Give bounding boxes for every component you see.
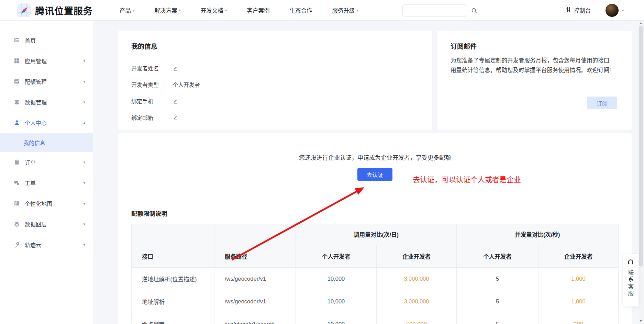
avatar[interactable] bbox=[606, 4, 619, 17]
console-button[interactable]: 控制台 bbox=[565, 0, 591, 21]
nav-item-products[interactable]: 产品▾ bbox=[120, 6, 135, 14]
sidebar-item-label: 个人中心 bbox=[25, 119, 83, 127]
chevron-down-icon: ▾ bbox=[83, 160, 85, 165]
table-cell: 10,000 bbox=[296, 313, 377, 324]
search-input[interactable] bbox=[403, 5, 471, 16]
nav-item-upgrade[interactable]: 服务升级▾ bbox=[332, 6, 359, 14]
sidebar-subitem-my-info[interactable]: 我的信息 bbox=[0, 133, 93, 152]
edit-pencil-icon[interactable] bbox=[173, 115, 178, 120]
table-group-header-row: 调用量对比(次/日)并发量对比(次/秒) bbox=[132, 224, 619, 245]
table-cell: 500,000 bbox=[377, 313, 457, 324]
field-label: 开发者类型 bbox=[131, 80, 173, 89]
chevron-down-icon: ▾ bbox=[83, 181, 85, 185]
red-annotation-text: 去认证，可以认证个人或者是企业 bbox=[413, 174, 521, 184]
chevron-down-icon: ▾ bbox=[133, 8, 135, 13]
go-certify-button[interactable]: 去认证 bbox=[357, 168, 392, 181]
nav-item-label: 开发文档 bbox=[201, 6, 223, 14]
column-header-cell: 企业开发者 bbox=[538, 245, 619, 268]
sidebar-item-label: 首页 bbox=[25, 36, 85, 44]
clipboard-icon bbox=[14, 159, 21, 166]
chat-icon bbox=[14, 179, 21, 186]
field-label: 绑定手机 bbox=[131, 97, 173, 105]
nav-item-label: 服务升级 bbox=[332, 6, 355, 14]
chevron-down-icon: ▾ bbox=[83, 59, 85, 63]
my-info-card: 我的信息 开发者姓名开发者类型个人开发者绑定手机绑定邮箱 bbox=[118, 31, 432, 130]
scrollbar-thumb[interactable] bbox=[639, 26, 643, 267]
my-info-fields: 开发者姓名开发者类型个人开发者绑定手机绑定邮箱 bbox=[131, 60, 200, 126]
scroll-up-arrow-icon[interactable]: ▲ bbox=[638, 21, 644, 25]
table-cell: 10,000 bbox=[296, 290, 377, 313]
chevron-down-icon: ▾ bbox=[83, 201, 85, 206]
sidebar-item-data-layers[interactable]: 数据图层▾ bbox=[0, 214, 93, 234]
sidebar: 首页应用管理▾配额管理▾数据管理▾个人中心▴我的信息订单▾工单▾个性化地图▾数据… bbox=[0, 21, 93, 324]
pin-icon bbox=[14, 241, 21, 248]
contact-support-label: 联系客服 bbox=[626, 269, 635, 298]
table-cell: 1,000 bbox=[538, 290, 619, 313]
sidebar-item-label: 订单 bbox=[25, 158, 83, 166]
certification-quota-section: 您还没进行企业认证，申请成为企业开发者，享受更多配额 去认证 去认证，可以认证个… bbox=[118, 133, 632, 324]
layers-icon bbox=[14, 221, 21, 227]
sidebar-item-app-management[interactable]: 应用管理▾ bbox=[0, 51, 93, 71]
sidebar-item-quota-management[interactable]: 配额管理▾ bbox=[0, 71, 93, 92]
console-label: 控制台 bbox=[574, 6, 591, 14]
nav-item-ecosystem[interactable]: 生态合作 bbox=[290, 6, 312, 14]
top-navbar: 腾讯位置服务 产品▾解决方案▾开发文档▾客户案例生态合作服务升级▾ 控制台 ▾ bbox=[0, 0, 644, 21]
table-cell: 5 bbox=[457, 290, 538, 313]
field-value: 个人开发者 bbox=[173, 80, 200, 89]
sidebar-item-data-management[interactable]: 数据管理▾ bbox=[0, 92, 93, 112]
sidebar-item-label: 工单 bbox=[25, 179, 83, 187]
table-cell: 5 bbox=[457, 313, 538, 324]
nav-item-solutions[interactable]: 解决方案▾ bbox=[155, 6, 181, 14]
profile-field: 绑定邮箱 bbox=[131, 109, 200, 126]
chevron-down-icon: ▾ bbox=[83, 222, 85, 226]
search-icon[interactable] bbox=[471, 8, 477, 14]
column-header-cell: 个人开发者 bbox=[296, 245, 377, 268]
table-cell: 地址解析 bbox=[132, 290, 214, 313]
table-cell: /ws/geocoder/v1 bbox=[214, 290, 296, 313]
group-header-cell bbox=[132, 224, 214, 245]
edit-pencil-icon[interactable] bbox=[173, 98, 178, 104]
sidebar-item-custom-map[interactable]: 个性化地图▾ bbox=[0, 193, 93, 214]
sidebar-item-track-cloud[interactable]: 轨迹云▾ bbox=[0, 234, 93, 255]
sliders-icon bbox=[565, 7, 571, 14]
subscribe-description: 为您准备了专属定制的开发者服务月报，包含您每月使用的接口用量统计等信息，帮助您及… bbox=[451, 56, 615, 75]
chevron-down-icon[interactable]: ▾ bbox=[622, 0, 624, 21]
sidebar-item-label: 数据图层 bbox=[25, 220, 83, 228]
brand-title[interactable]: 腾讯位置服务 bbox=[35, 0, 93, 21]
sidebar-item-home[interactable]: 首页 bbox=[0, 30, 93, 51]
chevron-down-icon: ▾ bbox=[83, 243, 85, 247]
chevron-down-icon: ▾ bbox=[357, 8, 359, 13]
table-cell: 1,000 bbox=[538, 268, 619, 290]
table-row: 地址解析/ws/geocoder/v110,0003,000,00051,000 bbox=[132, 290, 619, 313]
headset-icon bbox=[627, 258, 634, 267]
grid-icon bbox=[14, 57, 21, 64]
contact-support-tab[interactable]: 联系客服 bbox=[623, 254, 639, 306]
table-cell: 3,000,000 bbox=[377, 290, 457, 313]
nav-item-cases[interactable]: 客户案例 bbox=[247, 6, 270, 14]
table-cell: /ws/place/v1/search bbox=[214, 313, 296, 324]
sidebar-item-label: 轨迹云 bbox=[25, 241, 83, 249]
sidebar-item-personal-center[interactable]: 个人中心▴ bbox=[0, 112, 93, 133]
subscribe-button[interactable]: 订阅 bbox=[587, 97, 617, 109]
my-info-title: 我的信息 bbox=[131, 41, 157, 51]
subscribe-mail-card: 订阅邮件 为您准备了专属定制的开发者服务月报，包含您每月使用的接口用量统计等信息… bbox=[437, 31, 632, 130]
nav-item-label: 客户案例 bbox=[247, 6, 270, 14]
profile-field: 开发者姓名 bbox=[131, 60, 200, 76]
subscribe-title: 订阅邮件 bbox=[451, 41, 477, 51]
main-nav: 产品▾解决方案▾开发文档▾客户案例生态合作服务升级▾ bbox=[120, 0, 358, 21]
compass-logo-icon[interactable] bbox=[17, 3, 31, 17]
nav-item-docs[interactable]: 开发文档▾ bbox=[201, 6, 227, 14]
column-header-cell: 接口 bbox=[132, 245, 214, 268]
table-cell: 3,000,000 bbox=[377, 268, 457, 290]
group-header-cell bbox=[214, 224, 296, 245]
nav-item-label: 产品 bbox=[120, 6, 131, 14]
list-icon bbox=[14, 37, 21, 44]
scroll-down-arrow-icon[interactable]: ▼ bbox=[638, 319, 644, 323]
nav-item-label: 生态合作 bbox=[290, 6, 312, 14]
sidebar-item-orders[interactable]: 订单▾ bbox=[0, 152, 93, 172]
sidebar-item-tickets[interactable]: 工单▾ bbox=[0, 172, 93, 193]
edit-pencil-icon[interactable] bbox=[173, 65, 178, 71]
vertical-scrollbar: ▲ ▼ bbox=[638, 21, 644, 324]
sidebar-item-label: 配额管理 bbox=[25, 77, 83, 86]
table-cell: 5 bbox=[457, 268, 538, 290]
